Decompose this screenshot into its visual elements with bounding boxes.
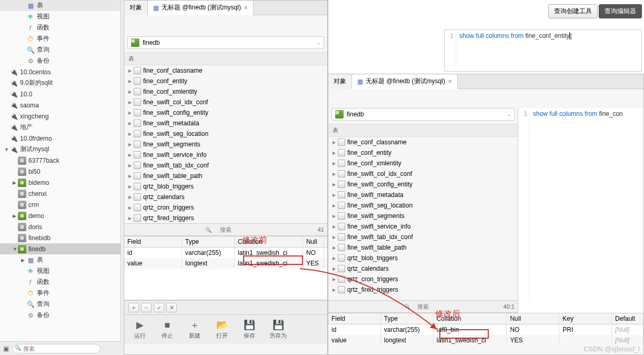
- table-item-fine_swift_config_entity[interactable]: ▶fine_swift_config_entity: [328, 179, 518, 190]
- table-item-fine_conf_xmlentity[interactable]: ▶fine_conf_xmlentity: [124, 86, 327, 97]
- tree-item-视图[interactable]: 👁视图: [0, 11, 120, 22]
- table-item-fine_conf_classname[interactable]: ▶fine_conf_classname: [328, 137, 518, 147]
- table-item-fine_swift_service_info[interactable]: ▶fine_swift_service_info: [328, 221, 518, 232]
- tree-item-地产[interactable]: 🔌地产: [0, 122, 120, 133]
- col-default[interactable]: Default: [612, 313, 643, 324]
- db-selector-b[interactable]: ▦ finedb ⌄: [331, 108, 515, 121]
- tree-item-10.0[interactable]: 🔌10.0: [0, 88, 120, 100]
- tab-无标题 @finedb (测试mysql)[interactable]: ▦无标题 @finedb (测试mysql)✕: [352, 74, 458, 89]
- expand-icon[interactable]: ▶: [333, 224, 338, 229]
- tree-item-demo[interactable]: ▶▦demo: [0, 210, 120, 221]
- tree-item-bi50[interactable]: ▦bi50: [0, 166, 120, 177]
- expand-icon[interactable]: ▶: [333, 151, 338, 155]
- expand-icon[interactable]: ▶: [128, 90, 134, 94]
- table-item-fine_swift_table_path[interactable]: ▶fine_swift_table_path: [124, 171, 327, 181]
- expand-icon[interactable]: ▶: [333, 214, 338, 219]
- col-type[interactable]: Type: [182, 236, 235, 247]
- expand-icon[interactable]: ▶: [128, 184, 134, 189]
- tab-对象[interactable]: 对象: [124, 1, 148, 15]
- tree-item-查询[interactable]: 🔍查询: [0, 299, 120, 310]
- action-打开[interactable]: 📂打开: [215, 319, 229, 340]
- expand-icon[interactable]: ▶: [333, 235, 338, 240]
- tree-item-finebidb[interactable]: ▦finebidb: [0, 232, 120, 243]
- sidebar-search-input[interactable]: [12, 344, 100, 353]
- tree-item-测试mysql[interactable]: ▼🔌测试mysql: [0, 144, 120, 155]
- sql-editor-b[interactable]: 1 show full columns from fine_con: [518, 108, 643, 303]
- expand-icon[interactable]: ▶: [333, 140, 338, 145]
- table-item-fine_swift_segments[interactable]: ▶fine_swift_segments: [124, 139, 327, 150]
- col-null[interactable]: Null: [507, 313, 559, 324]
- tree-item-finedb[interactable]: ▼▦finedb: [0, 243, 120, 254]
- expand-icon[interactable]: ▶: [128, 205, 134, 210]
- table-item-fine_swift_seg_location[interactable]: ▶fine_swift_seg_location: [328, 200, 518, 211]
- table-item-fine_swift_metadata[interactable]: ▶fine_swift_metadata: [124, 118, 327, 129]
- tab-对象[interactable]: 对象: [328, 74, 352, 89]
- collapse-icon[interactable]: ▣: [3, 345, 9, 352]
- tree-item-crm[interactable]: ▦crm: [0, 199, 120, 210]
- table-item-fine_conf_entity[interactable]: ▶fine_conf_entity: [328, 147, 518, 158]
- table-item-qrtz_blob_triggers[interactable]: ▶qrtz_blob_triggers: [328, 253, 518, 263]
- query-builder-button[interactable]: 查询创建工具: [548, 4, 598, 18]
- expand-icon[interactable]: ▼: [4, 147, 9, 152]
- table-item-fine_swift_table_path[interactable]: ▶fine_swift_table_path: [328, 242, 518, 253]
- expand-icon[interactable]: ▶: [333, 256, 338, 261]
- table-search-input-b[interactable]: [338, 303, 508, 310]
- tree-item-10.0frdemo[interactable]: 🔌10.0frdemo: [0, 133, 120, 144]
- col-key[interactable]: Key: [559, 313, 612, 324]
- tab-无标题 @finedb (测试mysql)[interactable]: ▦无标题 @finedb (测试mysql)✕: [148, 1, 254, 15]
- action-新建[interactable]: ＋新建: [187, 319, 202, 340]
- expand-icon[interactable]: ▶: [13, 213, 18, 219]
- tree-item-10.0centos[interactable]: 🔌10.0centos: [0, 66, 120, 77]
- table-item-qrtz_cron_triggers[interactable]: ▶qrtz_cron_triggers: [124, 202, 327, 213]
- expand-icon[interactable]: ▶: [333, 172, 338, 176]
- expand-icon[interactable]: ▶: [333, 288, 338, 292]
- table-item-fine_swift_tab_idx_conf[interactable]: ▶fine_swift_tab_idx_conf: [328, 232, 518, 242]
- expand-icon[interactable]: ▶: [333, 267, 338, 271]
- tree-item-表[interactable]: ▦表: [0, 0, 120, 11]
- tree-item-事件[interactable]: ⏱事件: [0, 33, 120, 44]
- tree-item-函数[interactable]: ƒ函数: [0, 22, 120, 33]
- expand-icon[interactable]: ▶: [128, 216, 134, 221]
- col-field[interactable]: Field: [124, 236, 182, 247]
- close-icon[interactable]: ✕: [244, 5, 248, 11]
- sql-code[interactable]: show full columns from fine_conf_entity|: [456, 32, 572, 69]
- table-item-qrtz_calendars[interactable]: ▶qrtz_calendars: [328, 263, 518, 274]
- expand-icon[interactable]: ▶: [128, 132, 134, 136]
- expand-icon[interactable]: ▶: [128, 195, 134, 200]
- table-item-qrtz_cron_triggers[interactable]: ▶qrtz_cron_triggers: [328, 274, 518, 284]
- table-item-fine_swift_col_idx_conf[interactable]: ▶fine_swift_col_idx_conf: [328, 169, 518, 179]
- tree-item-函数[interactable]: ƒ函数: [0, 277, 120, 288]
- tree-item-视图[interactable]: 👁视图: [0, 265, 120, 277]
- action-另存为[interactable]: 💾另存为: [269, 319, 287, 340]
- col-null[interactable]: Null: [303, 236, 324, 247]
- expand-icon[interactable]: ▶: [128, 163, 134, 168]
- table-item-qrtz_calendars[interactable]: ▶qrtz_calendars: [124, 192, 327, 202]
- tree-item-xingcheng[interactable]: 🔌xingcheng: [0, 111, 120, 122]
- tree-item-saoma[interactable]: 🔌saoma: [0, 100, 120, 111]
- table-item-qrtz_fired_triggers[interactable]: ▶qrtz_fired_triggers: [124, 213, 327, 223]
- table-item-fine_conf_entity[interactable]: ▶fine_conf_entity: [124, 76, 327, 86]
- column-row[interactable]: idvarchar(255)latin1_swedish_ciNO: [124, 248, 327, 258]
- expand-icon[interactable]: ▶: [128, 111, 134, 115]
- expand-icon[interactable]: ▶: [333, 182, 338, 187]
- expand-icon[interactable]: ▶: [333, 193, 338, 198]
- col-type[interactable]: Type: [381, 313, 434, 324]
- table-item-qrtz_blob_triggers[interactable]: ▶qrtz_blob_triggers: [124, 181, 327, 192]
- table-item-fine_swift_metadata[interactable]: ▶fine_swift_metadata: [328, 190, 518, 200]
- expand-icon[interactable]: ▶: [128, 68, 134, 73]
- column-row[interactable]: idvarchar(255)utf8_binNOPRI[Null]: [328, 324, 643, 335]
- table-item-fine_swift_tab_idx_conf[interactable]: ▶fine_swift_tab_idx_conf: [124, 160, 327, 171]
- tree-item-事件[interactable]: ⏱事件: [0, 288, 120, 299]
- add-row-button[interactable]: +: [128, 303, 139, 312]
- expand-icon[interactable]: ▶: [128, 142, 134, 147]
- column-row[interactable]: valuelongtextlatin1_swedish_ciYES: [124, 258, 327, 269]
- action-保存[interactable]: 💾保存: [242, 319, 257, 340]
- table-item-fine_conf_classname[interactable]: ▶fine_conf_classname: [124, 65, 327, 76]
- table-item-fine_swift_col_idx_conf[interactable]: ▶fine_swift_col_idx_conf: [124, 97, 327, 107]
- tree-item-备份[interactable]: ⚙备份: [0, 55, 120, 66]
- expand-icon[interactable]: ▶: [333, 203, 338, 208]
- expand-icon[interactable]: ▶: [333, 161, 338, 166]
- expand-icon[interactable]: ▶: [333, 277, 338, 282]
- expand-icon[interactable]: ▶: [21, 258, 26, 263]
- expand-icon[interactable]: ▶: [333, 245, 338, 250]
